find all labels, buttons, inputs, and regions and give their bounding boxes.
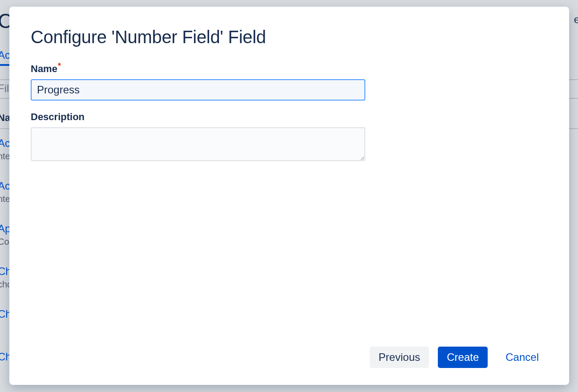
name-input[interactable]	[31, 79, 365, 101]
required-indicator: *	[58, 61, 61, 70]
previous-button[interactable]: Previous	[370, 347, 429, 368]
name-label-text: Name	[31, 63, 57, 74]
description-textarea[interactable]	[31, 127, 365, 161]
modal-title: Configure 'Number Field' Field	[31, 27, 548, 47]
page-right-fragment: e	[574, 13, 578, 26]
cancel-button[interactable]: Cancel	[497, 347, 548, 368]
description-label: Description	[31, 111, 548, 123]
create-button[interactable]: Create	[438, 347, 488, 368]
description-field-group: Description	[31, 111, 548, 163]
name-label: Name*	[31, 61, 548, 75]
name-field-group: Name*	[31, 61, 548, 101]
modal-footer: Previous Create Cancel	[31, 347, 548, 368]
modal-form: Name* Description	[31, 61, 548, 347]
configure-field-modal: Configure 'Number Field' Field Name* Des…	[9, 7, 569, 385]
